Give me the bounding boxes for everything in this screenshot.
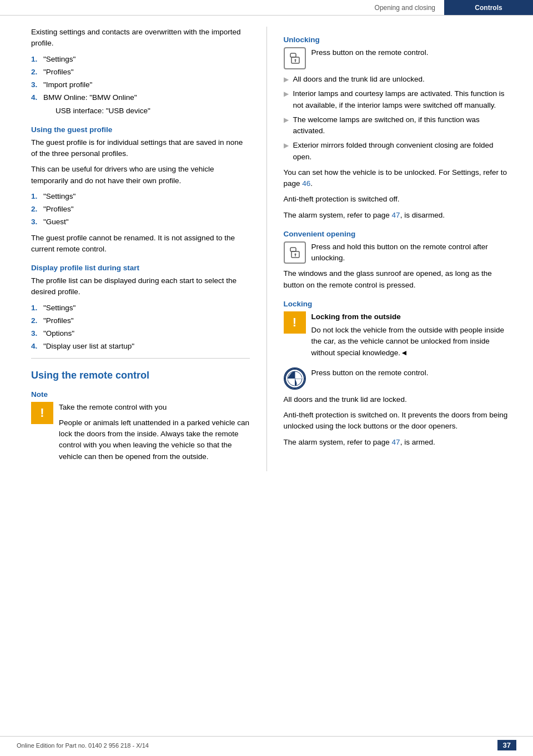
bullet-item: ▶ The welcome lamps are switched on, if …	[284, 114, 511, 137]
step-item-sub: USB interface: "USB device"	[31, 105, 250, 117]
note-warn-content: Take the remote control with you People …	[59, 402, 250, 467]
unlock-para3: The alarm system, refer to page 47, is d…	[284, 210, 511, 221]
note-warn-row: ! Take the remote control with you Peopl…	[31, 402, 250, 467]
bullet-text: Interior lamps and courtesy lamps are ac…	[293, 88, 511, 111]
locking-warning-icon: !	[284, 311, 306, 334]
section-divider	[31, 358, 250, 359]
display-heading: Display profile list during start	[31, 264, 250, 272]
step-num: 3.	[31, 79, 43, 90]
header-left: Opening and closing	[0, 0, 444, 15]
left-column: Existing settings and contacts are overw…	[0, 27, 266, 471]
step-item: 2. "Profiles"	[31, 67, 250, 78]
step-text: "Settings"	[43, 303, 76, 314]
bullet-arrow-icon: ▶	[284, 140, 289, 151]
unlock-icon-text: Press button on the remote control.	[311, 47, 511, 58]
step-num: 1.	[31, 191, 43, 202]
locking-para1: All doors and the trunk lid are locked.	[284, 394, 511, 405]
step-num: 2.	[31, 67, 43, 78]
header-left-label: Opening and closing	[375, 4, 435, 12]
step-item: 3. "Import profile"	[31, 79, 250, 90]
step-text: "Guest"	[43, 216, 69, 228]
bullet-text: The welcome lamps are switched on, if th…	[293, 114, 511, 137]
bullet-arrow-icon: ▶	[284, 114, 289, 125]
step-item: 3. "Guest"	[31, 216, 250, 228]
convenient-para: The windows and the glass sunroof are op…	[284, 268, 511, 291]
step-item: 4. "Display user list at startup"	[31, 341, 250, 352]
bullet-text: All doors and the trunk lid are unlocked…	[293, 74, 425, 85]
bullet-arrow-icon: ▶	[284, 88, 289, 99]
step-text: "Settings"	[43, 191, 76, 202]
step-text: "Options"	[43, 328, 74, 339]
unlock-alarm-link[interactable]: 47	[392, 211, 400, 219]
header-bar: Opening and closing Controls	[0, 0, 533, 16]
step-item: 2. "Profiles"	[31, 315, 250, 326]
svg-rect-4	[290, 248, 296, 251]
step-text: "Import profile"	[43, 79, 92, 90]
step-num-empty	[31, 105, 43, 117]
unlock-bullets: ▶ All doors and the trunk lid are unlock…	[284, 74, 511, 163]
locking-para2: Anti-theft protection is switched on. It…	[284, 410, 511, 432]
step-text: "Profiles"	[43, 204, 74, 215]
step-item: 4. BMW Online: "BMW Online"	[31, 92, 250, 103]
svg-point-2	[294, 59, 296, 61]
locking-warn-row: ! Locking from the outside Do not lock t…	[284, 311, 511, 363]
locking-page-link[interactable]: 47	[392, 438, 400, 446]
step-num: 1.	[31, 54, 43, 65]
locking-end-mark: ◄	[400, 349, 408, 357]
note-warn-text2: People or animals left unattended in a p…	[59, 417, 250, 462]
step-num: 3.	[31, 216, 43, 228]
page-content: Existing settings and contacts are overw…	[0, 16, 533, 482]
right-column: Unlocking Press button on the remote con…	[267, 27, 533, 471]
step-item: 2. "Profiles"	[31, 204, 250, 215]
step-num: 2.	[31, 204, 43, 215]
page-number: 37	[497, 740, 516, 750]
step-num: 4.	[31, 92, 43, 103]
unlock-page-link[interactable]: 46	[302, 179, 310, 188]
unlock-icon-row: Press button on the remote control.	[284, 47, 511, 69]
step-num: 1.	[31, 303, 43, 314]
step-item: 1. "Settings"	[31, 54, 250, 65]
unlock-heading: Unlocking	[284, 36, 511, 44]
remote-heading: Using the remote control	[31, 370, 250, 381]
step-item: 3. "Options"	[31, 328, 250, 339]
step-text: "Profiles"	[43, 315, 74, 326]
intro-paragraph: Existing settings and contacts are overw…	[31, 27, 250, 49]
guest-para2: This can be useful for drivers who are u…	[31, 164, 250, 187]
locking-bmw-text: Press button on the remote control.	[311, 367, 511, 379]
convenient-icon-text: Press and hold this button on the remote…	[311, 241, 511, 264]
svg-rect-0	[290, 53, 296, 57]
unlock-para2: Anti-theft protection is switched off.	[284, 194, 511, 205]
step-text: "Settings"	[43, 54, 76, 65]
bmw-logo-icon	[284, 367, 306, 390]
bullet-item: ▶ All doors and the trunk lid are unlock…	[284, 74, 511, 85]
locking-warn-title: Locking from the outside	[311, 311, 511, 322]
remote-unlock-icon	[284, 47, 306, 69]
footer-copyright: Online Edition for Part no. 0140 2 956 2…	[17, 742, 149, 749]
guest-para3: The guest profile cannot be renamed. It …	[31, 233, 250, 255]
bullet-item: ▶ Exterior mirrors folded through conven…	[284, 140, 511, 163]
steps-display: 1. "Settings" 2. "Profiles" 3. "Options"…	[31, 303, 250, 352]
note-heading: Note	[31, 390, 250, 399]
header-right-label: Controls	[475, 4, 502, 12]
step-item: 1. "Settings"	[31, 303, 250, 314]
bullet-text: Exterior mirrors folded through convenie…	[293, 140, 511, 163]
guest-para1: The guest profile is for individual sett…	[31, 137, 250, 160]
step-text: "Display user list at startup"	[43, 341, 134, 352]
steps-guest: 1. "Settings" 2. "Profiles" 3. "Guest"	[31, 191, 250, 228]
step-sub-text: USB interface: "USB device"	[56, 105, 150, 117]
step-num: 3.	[31, 328, 43, 339]
locking-warn-text: Do not lock the vehicle from the outside…	[311, 325, 511, 359]
step-text: "Profiles"	[43, 67, 74, 78]
locking-heading: Locking	[284, 300, 511, 308]
note-warn-text1: Take the remote control with you	[59, 402, 250, 413]
step-num: 2.	[31, 315, 43, 326]
bullet-item: ▶ Interior lamps and courtesy lamps are …	[284, 88, 511, 111]
step-item: 1. "Settings"	[31, 191, 250, 202]
locking-warn-content: Locking from the outside Do not lock the…	[311, 311, 511, 363]
step-num: 4.	[31, 341, 43, 352]
bullet-arrow-icon: ▶	[284, 74, 289, 85]
locking-bmw-row: Press button on the remote control.	[284, 367, 511, 390]
display-para: The profile list can be displayed during…	[31, 275, 250, 298]
page-footer: Online Edition for Part no. 0140 2 956 2…	[0, 736, 533, 750]
header-right: Controls	[444, 0, 533, 15]
